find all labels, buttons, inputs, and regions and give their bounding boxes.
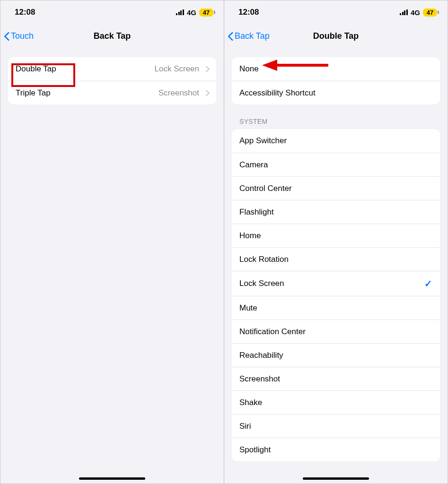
network-label: 4G xyxy=(187,9,196,17)
row-label: Home xyxy=(239,231,432,241)
back-button[interactable]: Touch xyxy=(4,31,34,41)
row-triple-tap[interactable]: Triple Tap Screenshot xyxy=(8,81,216,104)
page-title: Back Tap xyxy=(0,31,224,41)
row-double-tap[interactable]: Double Tap Lock Screen xyxy=(8,57,216,81)
row-system-home[interactable]: Home xyxy=(232,224,440,247)
back-label: Touch xyxy=(11,31,34,41)
battery-badge: 47 xyxy=(423,9,437,17)
section-header-system: System xyxy=(224,118,448,129)
row-label: Mute xyxy=(239,303,432,313)
screen-double-tap: 12:08 4G 47 Back Tap Double Tap None Acc… xyxy=(224,0,448,484)
status-right: 4G 47 xyxy=(176,9,213,17)
status-time: 12:08 xyxy=(238,8,259,17)
row-value: Lock Screen xyxy=(155,64,200,74)
row-system-shake[interactable]: Shake xyxy=(232,390,440,414)
row-system-mute[interactable]: Mute xyxy=(232,296,440,320)
status-bar: 12:08 4G 47 xyxy=(224,0,448,24)
row-none[interactable]: None xyxy=(232,57,440,81)
row-system-control-center[interactable]: Control Center xyxy=(232,176,440,200)
row-label: Spotlight xyxy=(239,445,432,455)
row-label: Reachability xyxy=(239,351,432,360)
nav-bar: Touch Back Tap xyxy=(0,24,224,48)
row-system-screenshot[interactable]: Screenshot xyxy=(232,367,440,390)
row-label: Flashlight xyxy=(239,207,432,217)
row-system-spotlight[interactable]: Spotlight xyxy=(232,438,440,461)
screen-back-tap: 12:08 4G 47 Touch Back Tap Double Tap Lo… xyxy=(0,0,224,484)
chevron-left-icon xyxy=(4,31,10,41)
top-group: None Accessibility Shortcut xyxy=(232,57,440,104)
status-time: 12:08 xyxy=(15,8,35,17)
row-label: Control Center xyxy=(239,184,432,193)
home-indicator[interactable] xyxy=(79,477,145,480)
row-label: Accessibility Shortcut xyxy=(239,88,432,98)
row-label: Lock Screen xyxy=(239,279,424,288)
row-label: Double Tap xyxy=(16,64,155,74)
status-bar: 12:08 4G 47 xyxy=(0,0,224,24)
content: None Accessibility Shortcut System App S… xyxy=(224,48,448,484)
row-system-lock-screen[interactable]: Lock Screen✓ xyxy=(232,271,440,296)
row-system-camera[interactable]: Camera xyxy=(232,153,440,176)
system-group: App SwitcherCameraControl CenterFlashlig… xyxy=(232,129,440,461)
row-system-app-switcher[interactable]: App Switcher xyxy=(232,129,440,153)
row-accessibility-shortcut[interactable]: Accessibility Shortcut xyxy=(232,81,440,104)
row-system-lock-rotation[interactable]: Lock Rotation xyxy=(232,247,440,271)
content: Double Tap Lock Screen Triple Tap Screen… xyxy=(0,48,224,484)
row-label: Notification Center xyxy=(239,327,432,337)
home-indicator[interactable] xyxy=(303,477,369,480)
checkmark-icon: ✓ xyxy=(424,278,432,289)
row-label: Camera xyxy=(239,160,432,170)
chevron-right-icon xyxy=(204,89,209,97)
cellular-signal-icon xyxy=(176,9,184,15)
row-system-reachability[interactable]: Reachability xyxy=(232,343,440,367)
battery-badge: 47 xyxy=(199,9,213,17)
row-system-siri[interactable]: Siri xyxy=(232,414,440,438)
row-label: App Switcher xyxy=(239,136,432,146)
status-right: 4G 47 xyxy=(400,9,437,17)
back-button[interactable]: Back Tap xyxy=(228,31,270,41)
row-label: Shake xyxy=(239,398,432,407)
row-value: Screenshot xyxy=(158,88,199,98)
nav-bar: Back Tap Double Tap xyxy=(224,24,448,48)
row-label: Triple Tap xyxy=(16,88,158,98)
row-label: Siri xyxy=(239,422,432,431)
row-system-flashlight[interactable]: Flashlight xyxy=(232,200,440,224)
network-label: 4G xyxy=(411,9,420,17)
row-system-notification-center[interactable]: Notification Center xyxy=(232,320,440,343)
back-label: Back Tap xyxy=(235,31,270,41)
settings-list: Double Tap Lock Screen Triple Tap Screen… xyxy=(8,57,216,104)
row-label: Lock Rotation xyxy=(239,255,432,264)
chevron-right-icon xyxy=(204,65,209,73)
chevron-left-icon xyxy=(228,31,234,41)
cellular-signal-icon xyxy=(400,9,408,15)
row-label: Screenshot xyxy=(239,374,432,384)
row-label: None xyxy=(239,64,432,74)
